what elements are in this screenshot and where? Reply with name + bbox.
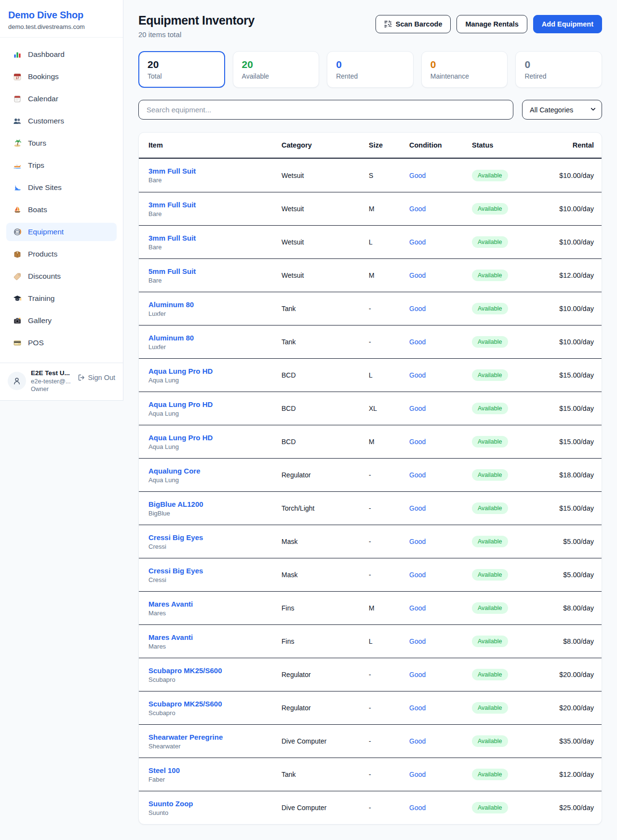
table-row[interactable]: Aqua Lung Pro HD Aqua Lung BCD XL Good A… xyxy=(139,392,602,425)
sidebar-item-dashboard[interactable]: Dashboard xyxy=(6,45,117,64)
add-equipment-button[interactable]: Add Equipment xyxy=(533,15,602,33)
condition-link[interactable]: Good xyxy=(409,405,426,412)
table-row[interactable]: Aluminum 80 Luxfer Tank - Good Available… xyxy=(139,325,602,358)
sidebar-item-customers[interactable]: Customers xyxy=(6,112,117,130)
stat-card-total[interactable]: 20 Total xyxy=(138,51,225,88)
stat-value-maintenance: 0 xyxy=(430,59,499,70)
condition-link[interactable]: Good xyxy=(409,271,426,279)
equipment-item-link[interactable]: Cressi Big Eyes xyxy=(148,567,203,575)
table-row[interactable]: Cressi Big Eyes Cressi Mask - Good Avail… xyxy=(139,558,602,591)
equipment-item-link[interactable]: Aluminum 80 xyxy=(148,300,194,309)
table-row[interactable]: Scubapro MK25/S600 Scubapro Regulator - … xyxy=(139,658,602,691)
condition-link[interactable]: Good xyxy=(409,238,426,246)
condition-link[interactable]: Good xyxy=(409,704,426,712)
sidebar-item-bookings[interactable]: 17 Bookings xyxy=(6,68,117,86)
sign-out-button[interactable]: Sign Out xyxy=(78,374,115,381)
category-cell: Dive Computer xyxy=(282,804,369,812)
equipment-item-link[interactable]: Aqua Lung Pro HD xyxy=(148,400,213,408)
equipment-item-link[interactable]: BigBlue AL1200 xyxy=(148,500,203,508)
equipment-item-link[interactable]: 5mm Full Suit xyxy=(148,267,196,275)
sidebar-item-pos[interactable]: POS xyxy=(6,334,117,352)
svg-text:17: 17 xyxy=(15,76,19,80)
condition-link[interactable]: Good xyxy=(409,637,426,645)
table-row[interactable]: Scubapro MK25/S600 Scubapro Regulator - … xyxy=(139,691,602,724)
rental-price: $10.00/day xyxy=(535,305,594,312)
equipment-item-link[interactable]: Suunto Zoop xyxy=(148,799,193,808)
equipment-item-link[interactable]: Scubapro MK25/S600 xyxy=(148,666,222,675)
table-row[interactable]: 3mm Full Suit Bare Wetsuit M Good Availa… xyxy=(139,192,602,225)
table-row[interactable]: Aqua Lung Pro HD Aqua Lung BCD M Good Av… xyxy=(139,425,602,458)
scan-barcode-button[interactable]: Scan Barcode xyxy=(376,15,451,33)
size-cell: - xyxy=(369,305,409,312)
sidebar-item-discounts[interactable]: Discounts xyxy=(6,267,117,285)
equipment-item-link[interactable]: Aqua Lung Pro HD xyxy=(148,434,213,442)
condition-link[interactable]: Good xyxy=(409,205,426,213)
table-row[interactable]: BigBlue AL1200 BigBlue Torch/Light - Goo… xyxy=(139,491,602,525)
equipment-item-brand: Cressi xyxy=(148,543,282,550)
rental-price: $5.00/day xyxy=(535,571,594,579)
equipment-item-link[interactable]: Steel 100 xyxy=(148,766,180,774)
sidebar-item-calendar[interactable]: Calendar xyxy=(6,90,117,108)
condition-link[interactable]: Good xyxy=(409,371,426,379)
search-input[interactable] xyxy=(138,100,513,120)
condition-link[interactable]: Good xyxy=(409,571,426,579)
user-role: Owner xyxy=(31,386,73,393)
equipment-item-link[interactable]: Aluminum 80 xyxy=(148,334,194,342)
manage-rentals-button[interactable]: Manage Rentals xyxy=(456,15,527,33)
size-cell: M xyxy=(369,604,409,612)
sidebar-item-dive-sites[interactable]: Dive Sites xyxy=(6,178,117,197)
sidebar-item-tours[interactable]: Tours xyxy=(6,134,117,152)
table-row[interactable]: Mares Avanti Mares Fins L Good Available… xyxy=(139,624,602,658)
stat-card-maintenance[interactable]: 0 Maintenance xyxy=(421,51,508,88)
equipment-item-link[interactable]: 3mm Full Suit xyxy=(148,201,196,209)
sidebar-item-trips[interactable]: Trips xyxy=(6,156,117,175)
category-filter-select[interactable]: All Categories xyxy=(522,100,602,120)
stat-card-available[interactable]: 20 Available xyxy=(233,51,320,88)
equipment-item-link[interactable]: Mares Avanti xyxy=(148,600,193,608)
condition-link[interactable]: Good xyxy=(409,804,426,812)
table-row[interactable]: Steel 100 Faber Tank - Good Available $1… xyxy=(139,758,602,791)
sidebar-item-boats[interactable]: Boats xyxy=(6,201,117,219)
equipment-item-link[interactable]: Mares Avanti xyxy=(148,633,193,641)
condition-link[interactable]: Good xyxy=(409,471,426,479)
stat-card-retired[interactable]: 0 Retired xyxy=(515,51,602,88)
table-row[interactable]: Suunto Zoop Suunto Dive Computer - Good … xyxy=(139,791,602,824)
condition-link[interactable]: Good xyxy=(409,604,426,612)
shop-name[interactable]: Demo Dive Shop xyxy=(8,10,115,21)
sidebar-item-training[interactable]: Training xyxy=(6,289,117,308)
condition-link[interactable]: Good xyxy=(409,737,426,745)
table-row[interactable]: 3mm Full Suit Bare Wetsuit S Good Availa… xyxy=(139,159,602,192)
condition-link[interactable]: Good xyxy=(409,671,426,678)
sidebar-item-equipment[interactable]: Equipment xyxy=(6,223,117,241)
island-icon xyxy=(13,138,22,148)
condition-link[interactable]: Good xyxy=(409,305,426,312)
equipment-item-link[interactable]: 3mm Full Suit xyxy=(148,234,196,242)
condition-link[interactable]: Good xyxy=(409,538,426,545)
condition-link[interactable]: Good xyxy=(409,438,426,446)
table-row[interactable]: Aqua Lung Pro HD Aqua Lung BCD L Good Av… xyxy=(139,358,602,392)
table-row[interactable]: Aqualung Core Aqua Lung Regulator - Good… xyxy=(139,458,602,491)
equipment-item-brand: Mares xyxy=(148,643,282,650)
sidebar-item-products[interactable]: Products xyxy=(6,245,117,263)
stat-card-rented[interactable]: 0 Rented xyxy=(327,51,414,88)
table-row[interactable]: Shearwater Peregrine Shearwater Dive Com… xyxy=(139,724,602,758)
equipment-item-link[interactable]: Shearwater Peregrine xyxy=(148,733,223,741)
equipment-item-link[interactable]: Aqualung Core xyxy=(148,467,201,475)
equipment-item-link[interactable]: Scubapro MK25/S600 xyxy=(148,700,222,708)
table-row[interactable]: Mares Avanti Mares Fins M Good Available… xyxy=(139,591,602,624)
table-row[interactable]: 5mm Full Suit Bare Wetsuit M Good Availa… xyxy=(139,258,602,292)
condition-link[interactable]: Good xyxy=(409,771,426,778)
condition-link[interactable]: Good xyxy=(409,338,426,346)
table-row[interactable]: 3mm Full Suit Bare Wetsuit L Good Availa… xyxy=(139,225,602,258)
condition-link[interactable]: Good xyxy=(409,172,426,179)
equipment-item-link[interactable]: Cressi Big Eyes xyxy=(148,533,203,542)
equipment-item-brand: Luxfer xyxy=(148,343,282,351)
table-row[interactable]: Cressi Big Eyes Cressi Mask - Good Avail… xyxy=(139,525,602,558)
equipment-item-link[interactable]: Aqua Lung Pro HD xyxy=(148,367,213,375)
table-row[interactable]: Aluminum 80 Luxfer Tank - Good Available… xyxy=(139,292,602,325)
customers-icon xyxy=(13,116,22,126)
equipment-item-link[interactable]: 3mm Full Suit xyxy=(148,167,196,175)
sidebar-item-gallery[interactable]: Gallery xyxy=(6,312,117,330)
dive-mask-icon xyxy=(13,227,22,237)
condition-link[interactable]: Good xyxy=(409,504,426,512)
